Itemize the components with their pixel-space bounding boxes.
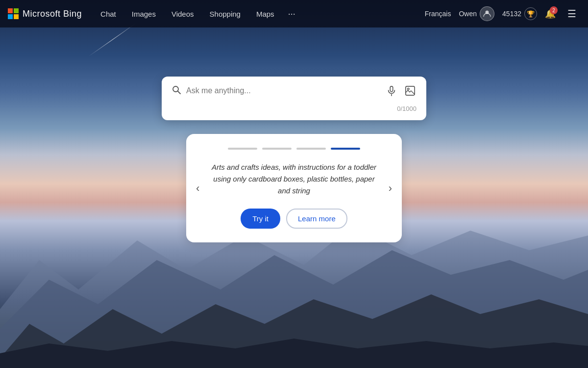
language-button[interactable]: Français	[425, 10, 451, 18]
dot-2	[262, 148, 292, 150]
avatar	[480, 6, 494, 21]
search-input[interactable]	[186, 86, 380, 95]
svg-line-6	[178, 91, 180, 94]
nav-shopping[interactable]: Shopping	[203, 7, 247, 21]
brand-name: Microsoft Bing	[23, 9, 82, 19]
user-name: Owen	[459, 10, 477, 18]
search-icons-right	[385, 84, 416, 97]
image-search-button[interactable]	[404, 84, 416, 97]
nav-chat[interactable]: Chat	[94, 7, 123, 21]
logo-area[interactable]: Microsoft Bing	[8, 8, 82, 19]
menu-button[interactable]: ☰	[564, 6, 580, 22]
rewards-icon: 🏆	[524, 7, 537, 20]
dots-row	[210, 148, 378, 150]
microsoft-logo	[8, 8, 19, 19]
notifications-button[interactable]: 🔔 2	[545, 8, 556, 19]
points-value: 45132	[502, 10, 521, 18]
search-row	[172, 84, 416, 97]
voice-search-button[interactable]	[385, 84, 398, 97]
navbar: Microsoft Bing Chat Images Videos Shoppi…	[0, 0, 588, 27]
svg-rect-7	[390, 86, 393, 92]
nav-more[interactable]: ···	[283, 6, 300, 22]
dot-4	[331, 148, 360, 150]
notification-badge: 2	[550, 6, 558, 14]
suggestion-text: Arts and crafts ideas, with instructions…	[210, 161, 378, 197]
nav-right: Français Owen 45132 🏆 🔔 2 ☰	[425, 6, 580, 22]
suggestion-card: ‹ › Arts and crafts ideas, with instruct…	[186, 134, 402, 242]
card-buttons: Try it Learn more	[210, 209, 378, 229]
svg-point-10	[408, 88, 410, 90]
dot-1	[228, 148, 257, 150]
try-it-button[interactable]: Try it	[241, 209, 280, 229]
main-content: 0/1000 ‹ › Arts and crafts ideas, with i…	[0, 27, 588, 368]
search-container: 0/1000	[162, 77, 426, 120]
card-prev-button[interactable]: ‹	[192, 178, 203, 199]
nav-links: Chat Images Videos Shopping Maps ···	[94, 6, 425, 22]
points-area[interactable]: 45132 🏆	[502, 7, 537, 20]
nav-images[interactable]: Images	[125, 7, 163, 21]
svg-point-5	[173, 86, 178, 92]
char-count: 0/1000	[172, 105, 416, 112]
nav-videos[interactable]: Videos	[165, 7, 201, 21]
user-area[interactable]: Owen	[459, 6, 494, 21]
dot-3	[296, 148, 326, 150]
card-next-button[interactable]: ›	[385, 178, 396, 199]
learn-more-button[interactable]: Learn more	[286, 209, 347, 229]
nav-maps[interactable]: Maps	[249, 7, 281, 21]
search-icon	[172, 85, 181, 97]
